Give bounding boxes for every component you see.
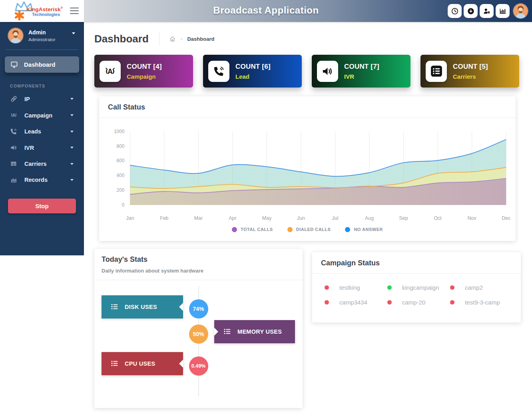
svg-text:A: A	[108, 67, 113, 75]
stat-label: CPU USES	[125, 360, 155, 367]
svg-text:Sep: Sep	[399, 215, 408, 221]
clock-icon	[451, 7, 459, 15]
svg-text:A: A	[12, 113, 16, 117]
count-name: IVR	[344, 73, 379, 80]
header-actions	[448, 4, 528, 18]
svg-text:Dec: Dec	[502, 215, 510, 221]
svg-text:Apr: Apr	[229, 215, 236, 221]
sidebar-user-menu[interactable]: Admin Administrator	[0, 22, 84, 49]
table-icon	[10, 160, 18, 167]
link-icon	[10, 95, 18, 103]
main-content: Dashboard › Dashboard A	[84, 22, 532, 420]
count-value: COUNT [7]	[344, 63, 379, 71]
chevron-down-icon	[70, 131, 74, 133]
disk-uses-box: DISK USES	[102, 295, 183, 318]
memory-uses-box: MEMORY USES	[214, 320, 295, 343]
sidebar: Admin Administrator Dashboard COMPONENTS	[0, 22, 84, 255]
todays-stats-subtitle: Daily information about system hardware	[102, 268, 295, 274]
count-value: COUNT [5]	[453, 63, 488, 71]
count-cards-row: A COUNT [4] Campaign	[94, 55, 521, 88]
count-card-campaign[interactable]: A COUNT [4] Campaign	[94, 55, 193, 88]
svg-text:Jan: Jan	[126, 215, 134, 221]
chevron-down-icon	[70, 179, 74, 181]
sidebar-item-label: Records	[24, 177, 48, 183]
status-dot	[387, 285, 392, 290]
bar-chart-icon	[10, 176, 18, 183]
volume-up-icon	[317, 61, 338, 82]
breadcrumb: Dashboard › Dashboard	[94, 31, 521, 46]
campaign-status-title: Campaign Status	[321, 259, 512, 267]
svg-text:600: 600	[117, 158, 125, 163]
avatar-image	[8, 28, 23, 43]
stat-label: MEMORY USES	[237, 328, 282, 335]
cpu-usage-value: 0.49%	[189, 356, 208, 376]
memory-usage-value: 50%	[189, 324, 208, 344]
stop-button[interactable]: Stop	[8, 199, 76, 213]
user-role: Administrator	[28, 37, 56, 42]
svg-text:1000: 1000	[114, 129, 125, 134]
list-icon	[223, 327, 231, 336]
cpu-uses-box: CPU USES	[102, 352, 183, 375]
chevron-down-icon	[72, 32, 75, 34]
stat-label: DISK USES	[125, 304, 157, 310]
broadcast-tower-icon: A	[10, 111, 18, 119]
count-value: COUNT [6]	[235, 63, 271, 71]
breadcrumb-current: Dashboard	[187, 36, 214, 42]
sidebar-item-dashboard[interactable]: Dashboard	[5, 56, 79, 73]
reports-button[interactable]	[496, 4, 510, 18]
user-settings-button[interactable]	[480, 4, 494, 18]
status-dot	[325, 300, 329, 305]
user-name: Admin	[28, 29, 56, 36]
chevron-down-icon	[70, 114, 74, 116]
disk-usage-value: 74%	[189, 299, 208, 318]
app-title: Broadcast Application	[213, 5, 319, 16]
brand-logo[interactable]: KingAsterisk® Technologies	[0, 0, 84, 22]
home-icon[interactable]	[169, 36, 176, 42]
sidebar-item-label: Carriers	[24, 161, 47, 167]
download-button[interactable]	[464, 4, 478, 18]
legend-item-dialed-calls: DIALED CALLS	[287, 227, 331, 232]
sidebar-item-label: Dashboard	[24, 61, 55, 68]
arrow-circle-down-icon	[467, 7, 475, 15]
page-title: Dashboard	[94, 33, 149, 45]
legend-item-no-answer: NO ANSWER	[345, 227, 383, 232]
sidebar-item-label: Leads	[24, 128, 41, 135]
broadcast-tower-icon: A	[100, 61, 121, 82]
svg-text:0: 0	[122, 202, 125, 208]
menu-toggle-icon[interactable]	[70, 8, 79, 16]
legend-item-total-calls: TOTAL CALLS	[232, 227, 273, 232]
sidebar-item-carriers[interactable]: Carriers	[0, 156, 84, 172]
sidebar-item-ip[interactable]: IP	[0, 91, 84, 107]
profile-avatar[interactable]	[513, 4, 528, 18]
svg-text:200: 200	[117, 187, 125, 193]
chevron-right-icon: ›	[181, 36, 183, 42]
campaign-item: camp-20	[387, 299, 450, 306]
status-dot	[450, 285, 454, 290]
user-gear-icon	[483, 7, 491, 15]
sidebar-item-ivr[interactable]: IVR	[0, 139, 84, 156]
todays-stats-card: Today's Stats Daily information about sy…	[94, 249, 303, 408]
campaign-item: testking	[325, 284, 387, 291]
count-card-lead[interactable]: COUNT [6] Lead	[203, 55, 302, 88]
campaign-item: kingcampaign	[387, 284, 450, 291]
count-card-ivr[interactable]: COUNT [7] IVR	[312, 55, 410, 88]
broadcast-application-window: KingAsterisk® Technologies Broadcast App…	[0, 0, 532, 420]
top-header: KingAsterisk® Technologies Broadcast App…	[0, 0, 532, 22]
svg-text:Oct: Oct	[434, 215, 442, 221]
count-name: Campaign	[127, 73, 162, 80]
chevron-down-icon	[70, 147, 74, 149]
campaign-item: camp3434	[325, 299, 387, 306]
count-name: Carriers	[453, 73, 488, 80]
sidebar-item-campaign[interactable]: A Campaign	[0, 107, 84, 123]
list-icon	[426, 61, 447, 82]
sidebar-item-records[interactable]: Records	[0, 172, 84, 188]
clock-button[interactable]	[448, 4, 462, 18]
svg-text:400: 400	[117, 173, 125, 178]
count-card-carriers[interactable]: COUNT [5] Carriers	[420, 55, 519, 88]
sidebar-item-leads[interactable]: Leads	[0, 123, 84, 139]
svg-text:Feb: Feb	[160, 215, 168, 221]
svg-text:Aug: Aug	[365, 215, 374, 221]
campaign-item: camp2	[450, 284, 513, 291]
bar-chart-icon	[499, 7, 507, 15]
campaign-list: testking kingcampaign camp2 camp3434	[312, 274, 521, 322]
